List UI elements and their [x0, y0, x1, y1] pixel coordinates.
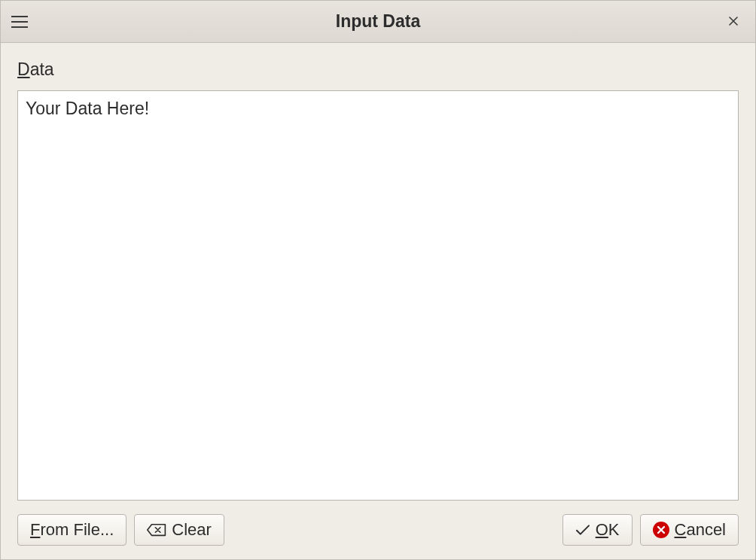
clear-label: Clear — [172, 520, 212, 540]
from-file-button[interactable]: From File... — [17, 514, 127, 546]
backspace-icon — [147, 522, 166, 537]
data-textarea[interactable] — [18, 91, 738, 500]
dialog-window: Input Data Data From File... — [0, 0, 756, 560]
menu-icon[interactable] — [11, 11, 34, 33]
check-icon — [575, 524, 590, 536]
close-button[interactable] — [722, 10, 745, 33]
cancel-button[interactable]: Cancel — [640, 514, 739, 546]
dialog-content: Data From File... Clear — [1, 43, 755, 559]
ok-button[interactable]: OK — [562, 514, 633, 546]
data-textarea-wrap — [17, 90, 739, 501]
titlebar: Input Data — [1, 1, 755, 43]
button-row: From File... Clear OK — [17, 514, 739, 546]
clear-button[interactable]: Clear — [134, 514, 224, 546]
data-label: Data — [17, 59, 739, 80]
cancel-icon — [653, 522, 669, 538]
close-icon — [728, 16, 739, 26]
window-title: Input Data — [1, 11, 755, 32]
